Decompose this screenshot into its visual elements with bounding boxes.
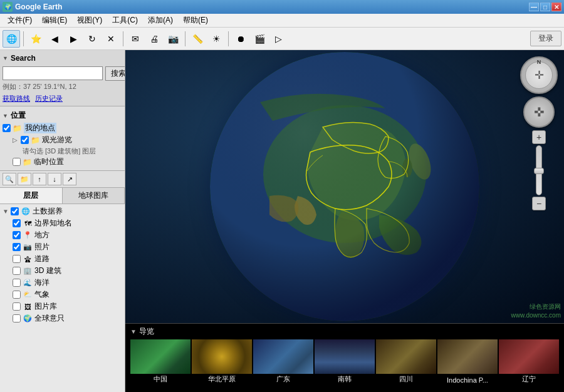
layers-header: 层层 地球图库 bbox=[0, 188, 125, 204]
tour-thumb-korea[interactable]: 南韩 bbox=[315, 339, 375, 384]
close-button[interactable]: ✕ bbox=[551, 3, 561, 11]
tour-thumb-label-huabei: 华北平原 bbox=[192, 374, 252, 384]
menu-tools[interactable]: 工具(C) bbox=[107, 14, 143, 27]
toolbar-forward-btn[interactable]: ▶ bbox=[65, 30, 82, 48]
places-item-temp[interactable]: 📁 临时位置 bbox=[3, 156, 122, 168]
menu-file[interactable]: 文件(F) bbox=[3, 14, 37, 27]
layer-check-6[interactable] bbox=[13, 279, 21, 287]
layer-icon-2: 📍 bbox=[23, 230, 33, 240]
tab-layers[interactable]: 层层 bbox=[0, 188, 63, 204]
tour-thumb-china[interactable]: 中国 bbox=[130, 339, 191, 384]
search-section: ▼ Search 搜索 例如：37 25' 19.1°N, 12 获取路线 历史… bbox=[0, 50, 125, 106]
layer-check-2[interactable] bbox=[13, 231, 21, 239]
history-link[interactable]: 历史记录 bbox=[35, 94, 63, 103]
toolbar-stop-btn[interactable]: ✕ bbox=[102, 30, 120, 48]
title-bar: 🌍 Google Earth — □ ✕ bbox=[0, 0, 564, 14]
expand-icon[interactable]: ▷ bbox=[13, 137, 19, 143]
places-item-myplaces[interactable]: 📁 我的地点 bbox=[3, 122, 122, 134]
layer-item-4[interactable]: 🛣 道路 bbox=[1, 253, 123, 265]
compass[interactable]: N ✛ bbox=[520, 56, 558, 94]
places-label-temp: 临时位置 bbox=[34, 157, 64, 167]
tour-thumb-indochina[interactable]: Indochina P... bbox=[437, 339, 498, 384]
layer-check-8[interactable] bbox=[13, 302, 21, 311]
toolbar-back-btn[interactable]: ◀ bbox=[46, 30, 63, 48]
layer-check-0[interactable] bbox=[11, 207, 19, 215]
tour-thumb-img-guangdong bbox=[253, 339, 313, 374]
layers-export-btn[interactable]: ↗ bbox=[63, 173, 76, 185]
layer-check-4[interactable] bbox=[13, 255, 21, 263]
toolbar-movie-btn[interactable]: 🎬 bbox=[251, 30, 268, 48]
layer-item-6[interactable]: 🌊 海洋 bbox=[1, 277, 123, 289]
toolbar-globe-btn[interactable]: 🌐 bbox=[3, 30, 20, 48]
search-input[interactable] bbox=[3, 66, 103, 80]
toolbar-bookmark-btn[interactable]: ⭐ bbox=[27, 30, 44, 48]
zoom-out-button[interactable]: − bbox=[532, 197, 546, 210]
search-header[interactable]: ▼ Search bbox=[3, 53, 122, 64]
toolbar-email-btn[interactable]: ✉ bbox=[127, 30, 144, 48]
tab-gallery[interactable]: 地球图库 bbox=[63, 188, 125, 204]
maximize-button[interactable]: □ bbox=[540, 3, 550, 11]
tour-header: ▼ 导览 bbox=[125, 324, 564, 339]
toolbar-camera-btn[interactable]: 📷 bbox=[164, 30, 182, 48]
tour-thumb-img-huabei bbox=[192, 339, 252, 374]
toolbar-more-btn[interactable]: ▷ bbox=[269, 30, 287, 48]
tour-thumb-guangdong[interactable]: 广东 bbox=[253, 339, 313, 384]
layer-check-9[interactable] bbox=[13, 314, 21, 322]
compass-north: N bbox=[537, 59, 541, 65]
minimize-button[interactable]: — bbox=[529, 3, 539, 11]
layers-section: ▼ 🌐 土数据养 🗺 边界知地名 📍 地方 📷 bbox=[0, 204, 125, 392]
toolbar-record-btn[interactable]: ⏺ bbox=[232, 30, 249, 48]
layer-icon-7: ⛅ bbox=[23, 290, 33, 300]
places-header[interactable]: ▼ 位置 bbox=[3, 109, 122, 122]
main-layout: ▼ Search 搜索 例如：37 25' 19.1°N, 12 获取路线 历史… bbox=[0, 50, 564, 392]
map-area[interactable]: N ✛ ✜ + − 绿色资源网 www.downcc.com bbox=[125, 50, 564, 392]
zoom-slider-track[interactable] bbox=[536, 145, 542, 195]
layers-folder-btn[interactable]: 📁 bbox=[18, 173, 31, 185]
places-check-myplaces[interactable] bbox=[3, 124, 11, 132]
zoom-slider-thumb[interactable] bbox=[534, 168, 544, 174]
toolbar-sun-btn[interactable]: ☀ bbox=[207, 30, 225, 48]
layer-item-9[interactable]: 🌍 全球意只 bbox=[1, 312, 123, 324]
layer-check-3[interactable] bbox=[13, 243, 21, 251]
title-bar-left: 🌍 Google Earth bbox=[3, 2, 62, 12]
places-check-temp[interactable] bbox=[13, 158, 21, 166]
toolbar-refresh-btn[interactable]: ↻ bbox=[83, 30, 101, 48]
menu-help[interactable]: 帮助(E) bbox=[178, 14, 213, 27]
tour-thumb-huabei[interactable]: 华北平原 bbox=[192, 339, 252, 384]
layer-expand-0[interactable]: ▼ bbox=[3, 208, 9, 215]
places-label-3d: 请勾选 [3D 建筑物] 图层 bbox=[23, 147, 96, 155]
tour-thumb-sichuan[interactable]: 四川 bbox=[376, 339, 436, 384]
search-button[interactable]: 搜索 bbox=[105, 66, 125, 81]
toolbar-print-btn[interactable]: 🖨 bbox=[145, 30, 163, 48]
layer-item-7[interactable]: ⛅ 气象 bbox=[1, 289, 123, 301]
pan-arrows[interactable]: ✜ bbox=[523, 96, 555, 128]
menu-view[interactable]: 视图(Y) bbox=[72, 14, 107, 27]
layer-item-8[interactable]: 🖼 图片库 bbox=[1, 301, 123, 312]
layers-up-btn[interactable]: ↑ bbox=[33, 173, 46, 185]
get-route-link[interactable]: 获取路线 bbox=[3, 94, 30, 103]
login-button[interactable]: 登录 bbox=[530, 31, 561, 46]
layer-check-7[interactable] bbox=[13, 291, 21, 299]
zoom-in-button[interactable]: + bbox=[532, 130, 546, 144]
layer-check-1[interactable] bbox=[13, 219, 21, 227]
places-title: 位置 bbox=[11, 110, 26, 121]
layer-item-1[interactable]: 🗺 边界知地名 bbox=[1, 217, 123, 229]
places-item-sightseeing[interactable]: ▷ 📁 观光游览 bbox=[3, 134, 122, 146]
layers-search-btn[interactable]: 🔍 bbox=[3, 173, 16, 185]
layer-check-5[interactable] bbox=[13, 267, 21, 275]
toolbar-separator-4 bbox=[228, 31, 229, 46]
folder3-icon: 📁 bbox=[23, 158, 32, 167]
layer-icon-1: 🗺 bbox=[23, 219, 33, 229]
menu-add[interactable]: 添加(A) bbox=[143, 14, 178, 27]
layer-item-5[interactable]: 🏢 3D 建筑 bbox=[1, 265, 123, 277]
places-label-myplaces: 我的地点 bbox=[24, 123, 56, 133]
menu-edit[interactable]: 编辑(E) bbox=[37, 14, 72, 27]
layer-item-3[interactable]: 📷 照片 bbox=[1, 241, 123, 253]
tour-thumb-liaoning[interactable]: 辽宁 bbox=[499, 339, 559, 384]
layer-item-0[interactable]: ▼ 🌐 土数据养 bbox=[1, 205, 123, 217]
layers-down-btn[interactable]: ↓ bbox=[48, 173, 61, 185]
app-title: Google Earth bbox=[15, 3, 62, 11]
toolbar-ruler-btn[interactable]: 📏 bbox=[189, 30, 206, 48]
layer-item-2[interactable]: 📍 地方 bbox=[1, 229, 123, 241]
places-check-sightseeing[interactable] bbox=[21, 136, 29, 144]
